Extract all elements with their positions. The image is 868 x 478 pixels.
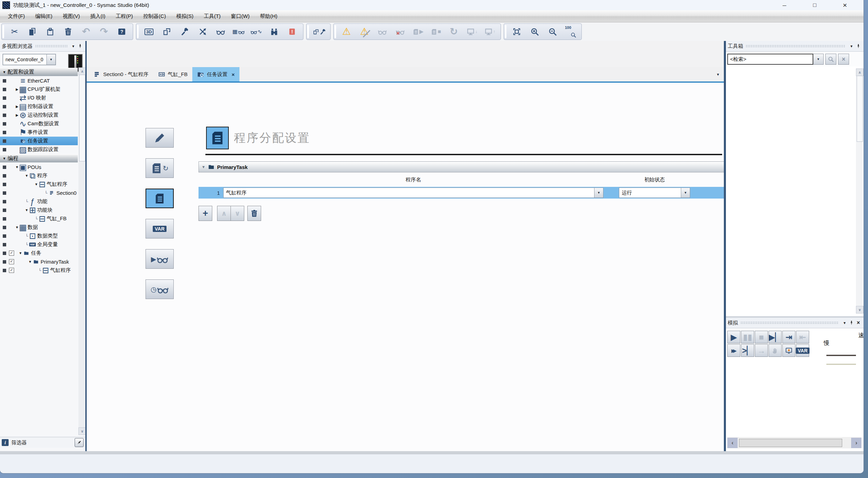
tree-item-数据类型[interactable]: └⊡数据类型 — [0, 232, 78, 240]
tree-checkbox[interactable]: ✓ — [9, 251, 14, 256]
sim-variables-button[interactable]: VAR — [796, 344, 809, 357]
menu-item-t[interactable]: 工具(T) — [199, 10, 226, 22]
tree-item-全局变量[interactable]: └var全局变量 — [0, 240, 78, 249]
tree-item-任务[interactable]: ✓▼任务 — [0, 249, 78, 257]
redo-button[interactable]: ↷ — [95, 24, 113, 39]
zoom-in-button[interactable] — [526, 24, 544, 39]
menu-item-w[interactable]: 窗口(W) — [226, 10, 255, 22]
go-offline-button[interactable]: ⚠ — [355, 24, 373, 39]
menu-item-p[interactable]: 工程(P) — [110, 10, 138, 22]
sim-record-button[interactable] — [782, 344, 795, 357]
expand-arrow-icon[interactable]: ▼ — [24, 208, 29, 212]
tree-section-配置和设置[interactable]: ▼配置和设置 — [0, 68, 78, 76]
sim-stop-button[interactable]: ■ — [755, 331, 768, 343]
task-execution-time-monitor-button[interactable]: ◷ — [146, 279, 174, 299]
tree-checkbox[interactable]: ✓ — [9, 259, 14, 264]
scroll-thumb[interactable] — [739, 439, 842, 447]
scroll-thumb[interactable] — [79, 75, 85, 161]
simulation-pin-icon[interactable] — [848, 319, 855, 327]
simulation-menu-dropdown-icon[interactable]: ▼ — [841, 319, 848, 327]
tab-close-icon[interactable]: × — [232, 72, 235, 77]
sim-run-button[interactable]: ▶ — [727, 331, 740, 343]
tab-气缸_FB[interactable]: 气缸_FB — [153, 67, 193, 82]
sim-step-button[interactable]: ▶▏ — [769, 331, 782, 343]
speed-slider-track-2[interactable] — [826, 364, 856, 365]
controller-selector[interactable]: new_Controller_0 ▼ — [3, 54, 56, 65]
scroll-right-icon[interactable]: › — [851, 438, 861, 448]
go-online-button[interactable]: ⚠ — [337, 24, 355, 39]
move-up-button[interactable]: ∧ — [217, 206, 231, 221]
tree-item-事件设置[interactable]: ⚑事件设置 — [0, 128, 78, 137]
close-button[interactable]: × — [830, 0, 860, 10]
sim-step-cycle-button[interactable]: ⇥ — [782, 331, 795, 343]
sim-cycle-end-button[interactable]: ⇤ — [796, 331, 809, 343]
build-controller-button[interactable] — [310, 24, 328, 39]
chevron-down-icon[interactable]: ▼ — [681, 188, 690, 198]
window-layout-button[interactable] — [158, 24, 176, 39]
tree-item-程序[interactable]: ▼⧉程序 — [0, 171, 78, 180]
explorer-pin-icon[interactable] — [77, 42, 84, 50]
undo-button[interactable]: ↶ — [77, 24, 95, 39]
toolbox-menu-dropdown-icon[interactable]: ▼ — [848, 42, 855, 50]
sim-break-button[interactable] — [769, 344, 782, 357]
watch-window-button[interactable] — [212, 24, 229, 39]
expand-arrow-icon[interactable]: ▼ — [28, 260, 33, 264]
primary-task-group-bar[interactable]: ▼ PrimaryTask — [199, 161, 724, 172]
scroll-thumb[interactable] — [857, 76, 863, 142]
synchronize-button[interactable]: ↻ — [445, 24, 463, 39]
expand-arrow-icon[interactable]: ▼ — [18, 251, 23, 255]
build-button[interactable] — [176, 24, 194, 39]
task-settings-view-button[interactable]: ↻ — [146, 158, 174, 178]
watch-table-button[interactable]: ▦ — [229, 24, 247, 39]
menu-item-f[interactable]: 文件(F) — [3, 10, 30, 22]
delete-row-button[interactable] — [247, 206, 261, 221]
tree-section-编程[interactable]: ▼编程 — [0, 154, 78, 162]
tab-list-dropdown-icon[interactable]: ▼ — [716, 73, 720, 76]
run-mode-button[interactable]: ▶ — [409, 24, 427, 39]
task-status-monitor-button[interactable]: ▶ — [146, 249, 174, 269]
sim-continue-button[interactable]: → — [755, 344, 768, 357]
edit-button[interactable] — [146, 128, 174, 148]
program-name-dropdown[interactable]: 气缸程序 ▼ — [223, 188, 603, 198]
expand-arrow-icon[interactable]: ▼ — [2, 70, 7, 74]
toolbox-pin-icon[interactable] — [855, 42, 862, 50]
delete-button[interactable] — [59, 24, 77, 39]
toolbox-search-input[interactable]: <检索> — [727, 54, 813, 65]
collapse-arrow-icon[interactable]: ▶ — [14, 113, 20, 117]
stop-monitor-button[interactable]: × — [391, 24, 409, 39]
filter-pin-button[interactable] — [75, 438, 84, 447]
sim-run-to-end-button[interactable]: >▏ — [741, 344, 754, 357]
data-trace-button[interactable]: ∿ — [247, 24, 265, 39]
cut-button[interactable]: ✂ — [6, 24, 23, 39]
tree-item-气缸程序[interactable]: ▼⊟气缸程序 — [0, 180, 78, 189]
chevron-down-icon[interactable]: ▼ — [594, 188, 603, 198]
scroll-left-icon[interactable]: ‹ — [727, 438, 738, 448]
tab-Section0 - 气缸程序[interactable]: Section0 - 气缸程序 — [89, 67, 153, 82]
rebuild-button[interactable] — [194, 24, 212, 39]
menu-item-v[interactable]: 视图(V) — [57, 10, 85, 22]
sim-fast-forward-button[interactable]: ▶▶ — [727, 344, 740, 357]
search-all-button[interactable] — [265, 24, 283, 39]
simulation-horizontal-scrollbar[interactable]: ‹ › — [727, 437, 861, 448]
troubleshoot-button[interactable]: ! — [283, 24, 301, 39]
scroll-down-icon[interactable]: ∨ — [78, 427, 86, 435]
collapse-arrow-icon[interactable]: ▼ — [202, 165, 205, 169]
scroll-track[interactable] — [738, 438, 850, 448]
initial-state-dropdown[interactable]: 运行 ▼ — [619, 188, 690, 198]
expand-arrow-icon[interactable]: ▼ — [34, 182, 39, 186]
simulation-close-icon[interactable]: × — [855, 319, 862, 327]
program-mode-button[interactable]: ■ — [427, 24, 445, 39]
menu-item-h[interactable]: 帮助(H) — [255, 10, 282, 22]
tree-item-任务设置[interactable]: 任务设置 — [0, 137, 78, 145]
menu-item-c[interactable]: 控制器(C) — [138, 10, 171, 22]
minimize-button[interactable]: ─ — [769, 0, 800, 10]
move-down-button[interactable]: ∨ — [231, 206, 244, 221]
scroll-down-icon[interactable]: ∨ — [856, 306, 864, 314]
transfer-to-controller-button[interactable]: ↓ — [463, 24, 481, 39]
tree-item-Cam数据设置[interactable]: ∿Cam数据设置 — [0, 119, 78, 128]
tree-item-数据[interactable]: ▼▦数据 — [0, 223, 78, 232]
copy-button[interactable] — [23, 24, 41, 39]
fit-zoom-button[interactable] — [508, 24, 526, 39]
explorer-menu-dropdown-icon[interactable]: ▼ — [70, 42, 77, 50]
menu-item-s[interactable]: 模拟(S) — [171, 10, 199, 22]
